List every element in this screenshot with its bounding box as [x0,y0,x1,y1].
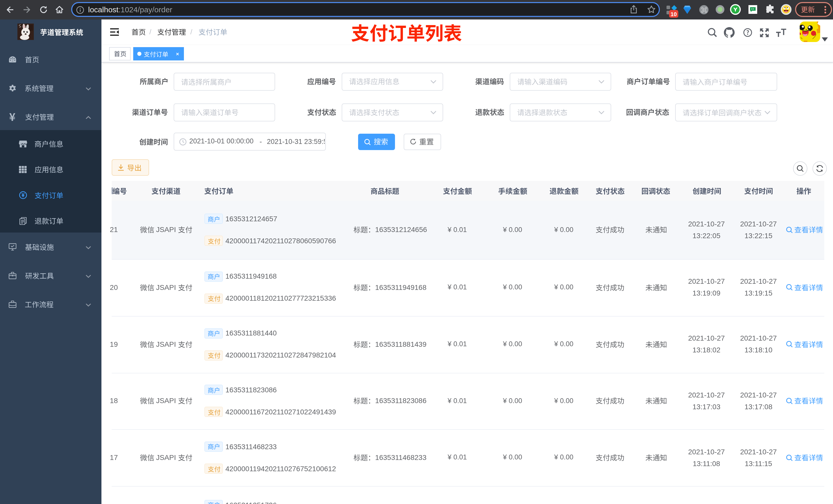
svg-text:10: 10 [671,11,677,18]
